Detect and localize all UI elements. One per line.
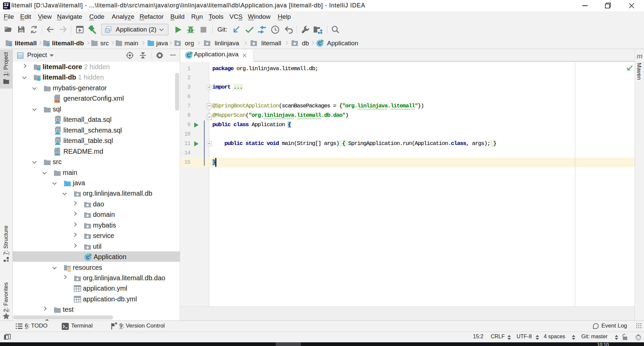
svg-text:<>: <> [55,99,59,103]
svg-text:C: C [86,255,90,260]
svg-text:C: C [318,41,321,46]
svg-text:C: C [187,53,191,58]
svg-text:MD: MD [55,153,60,156]
